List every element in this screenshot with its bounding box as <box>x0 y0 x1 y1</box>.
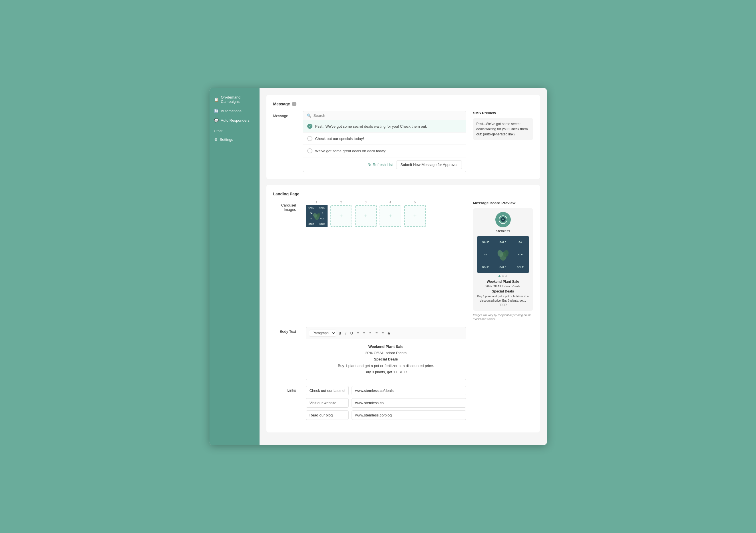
refresh-icon: ↻ <box>368 163 371 167</box>
editor-wrap: Paragraph B I U ≡ ≡ ≡ ≡ ≡ S̶ <box>306 327 466 380</box>
link-row-2 <box>306 398 466 408</box>
preview-sale-cell: ALE <box>512 248 529 261</box>
message-actions: ↻ Refresh LIst Submit New Message for Ap… <box>303 157 466 172</box>
link-url-3[interactable] <box>352 411 466 420</box>
message-row: Message 🔍 ✓ Psst...We've got some secret… <box>273 111 533 172</box>
sale-cell: SALE <box>306 221 317 227</box>
body-line5: Buy 3 plants, get 1 FREE! <box>312 369 460 375</box>
preview-card: Stemless SALE SALE SA LE S ALE SALE <box>473 208 533 311</box>
svg-point-5 <box>502 217 504 219</box>
preview-text: Weekend Plant Sale 20% Off All Indoor Pl… <box>477 280 529 307</box>
carousel-main: 1 SALE SALE SA LE S ALE SALE <box>306 201 466 227</box>
body-text-label: Body Text <box>273 327 299 334</box>
ul-button[interactable]: ≡ <box>356 330 361 336</box>
carousel-add-2[interactable]: + <box>330 205 352 227</box>
carousel-label: CarouselImages <box>273 201 299 212</box>
app-window: 📋 On-demand Campaigns 🔄 Automations 💬 Au… <box>209 88 547 445</box>
message-option-1[interactable]: ✓ Psst...We've got some secret deals wai… <box>303 120 466 133</box>
svg-point-6 <box>504 218 506 220</box>
link-label-3[interactable] <box>306 411 349 420</box>
carousel-add-3[interactable]: + <box>355 205 377 227</box>
body-text-row: Body Text Paragraph B I U ≡ ≡ ≡ <box>273 327 533 380</box>
ol-button[interactable]: ≡ <box>362 330 367 336</box>
editor-content[interactable]: Weekend Plant Sale 20% Off All Indoor Pl… <box>306 339 466 380</box>
italic-button[interactable]: I <box>344 330 348 336</box>
search-icon: 🔍 <box>307 114 311 118</box>
link-row-1 <box>306 386 466 395</box>
message-list: 🔍 ✓ Psst...We've got some secret deals w… <box>303 111 466 172</box>
body-text-editor: Paragraph B I U ≡ ≡ ≡ ≡ ≡ S̶ <box>306 327 466 380</box>
body-line2: 20% Off All Indoor Plants <box>312 350 460 356</box>
refresh-button[interactable]: ↻ Refresh LIst <box>368 163 393 167</box>
sale-cell: SALE <box>317 221 328 227</box>
links-label: Links <box>273 386 299 393</box>
plant-icon <box>311 211 322 221</box>
preview-title: Message Board Preview <box>473 201 533 205</box>
bold-button[interactable]: B <box>337 330 343 336</box>
sidebar-item-settings[interactable]: ⚙ Settings <box>209 135 259 144</box>
sidebar-item-on-demand[interactable]: 📋 On-demand Campaigns <box>209 92 259 106</box>
format-select[interactable]: Paragraph <box>309 330 336 337</box>
carousel-image-1[interactable]: SALE SALE SA LE S ALE SALE SALE <box>306 205 328 227</box>
svg-point-7 <box>501 220 503 222</box>
links-content <box>306 386 466 420</box>
landing-page-title: Landing Page <box>273 192 533 196</box>
preview-special-body: Buy 1 plant and get a pot or fertilizer … <box>477 294 529 307</box>
align-center-button[interactable]: ≡ <box>374 330 379 336</box>
slot-number-3: 3 <box>355 201 377 204</box>
carousel-slot-3: 3 + <box>355 201 377 227</box>
body-line1: Weekend Plant Sale <box>312 343 460 350</box>
sms-preview-title: SMS Preview <box>473 111 533 115</box>
auto-responders-icon: 💬 <box>214 118 219 122</box>
links-grid <box>306 386 466 420</box>
preview-special-heading: Special Deals <box>477 289 529 293</box>
body-line3: Special Deals <box>312 356 460 363</box>
sale-cell: SALE <box>317 205 328 211</box>
brand-name: Stemless <box>496 229 510 233</box>
sidebar: 📋 On-demand Campaigns 🔄 Automations 💬 Au… <box>209 88 259 445</box>
preview-brand: Stemless <box>477 212 529 233</box>
preview-sale-cell: SALE <box>512 261 529 273</box>
stemless-logo-icon <box>499 216 507 224</box>
slot-number-5: 5 <box>404 201 426 204</box>
preview-dots <box>477 275 529 277</box>
search-bar: 🔍 <box>303 111 466 120</box>
message-field-label: Message <box>273 111 296 118</box>
carousel-images: 1 SALE SALE SA LE S ALE SALE <box>306 201 466 227</box>
link-label-1[interactable] <box>306 386 349 395</box>
preview-sale-heading: Weekend Plant Sale <box>477 280 529 284</box>
search-input[interactable] <box>313 114 463 118</box>
link-url-2[interactable] <box>352 398 466 408</box>
svg-point-3 <box>499 216 507 224</box>
align-right-button[interactable]: ≡ <box>380 330 385 336</box>
carousel-slot-1: 1 SALE SALE SA LE S ALE SALE <box>306 201 328 227</box>
carousel-slot-5: 5 + <box>404 201 426 227</box>
sidebar-item-automations[interactable]: 🔄 Automations <box>209 106 259 116</box>
radio-unselected-icon-2 <box>307 148 312 153</box>
submit-button[interactable]: Submit New Message for Approval <box>396 160 462 169</box>
underline-button[interactable]: U <box>349 330 354 336</box>
link-label-2[interactable] <box>306 398 349 408</box>
editor-toolbar: Paragraph B I U ≡ ≡ ≡ ≡ ≡ S̶ <box>306 327 466 339</box>
preview-sale-cell: SALE <box>477 261 495 273</box>
body-line4: Buy 1 plant and get a pot or fertilizer … <box>312 363 460 369</box>
dot-3 <box>505 275 507 277</box>
carousel-add-5[interactable]: + <box>404 205 426 227</box>
message-option-2[interactable]: Check out our specials today! <box>303 133 466 145</box>
link-row-3 <box>306 411 466 420</box>
strikethrough-button[interactable]: S̶ <box>387 330 392 336</box>
radio-selected-icon: ✓ <box>307 124 312 129</box>
message-option-3[interactable]: We've got some great deals on deck today… <box>303 145 466 157</box>
message-text-3: We've got some great deals on deck today… <box>315 149 387 153</box>
landing-page-section: Landing Page CarouselImages 1 SALE SALE <box>266 185 540 432</box>
link-url-1[interactable] <box>352 386 466 395</box>
sidebar-item-auto-responders[interactable]: 💬 Auto Responders <box>209 116 259 125</box>
align-left-button[interactable]: ≡ <box>368 330 373 336</box>
automations-icon: 🔄 <box>214 109 219 113</box>
carousel-add-4[interactable]: + <box>380 205 401 227</box>
message-section: Message i Message 🔍 ✓ Psst...We've got s… <box>266 95 540 179</box>
settings-icon: ⚙ <box>214 138 218 142</box>
slot-number-4: 4 <box>380 201 401 204</box>
sms-preview: SMS Preview Psst...We've got some secret… <box>473 111 533 140</box>
preview-sale-cell: SA <box>512 236 529 248</box>
